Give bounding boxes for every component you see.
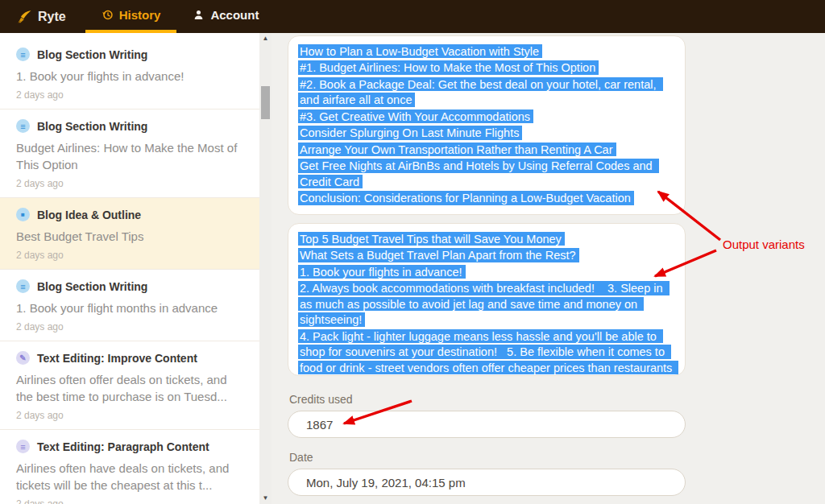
history-list-item[interactable]: Text Editing: Paragraph Content Airlines… [0, 430, 259, 504]
output-text-row: Top 5 Budget Travel Tips that will Save … [298, 231, 675, 247]
item-header: Blog Section Writing [16, 279, 243, 293]
history-list-item[interactable]: Text Editing: Improve Content Airlines o… [0, 341, 259, 430]
tab-history[interactable]: History [85, 0, 177, 33]
history-sidebar: Blog Section Writing 1. Book your flight… [0, 33, 272, 504]
output-text-row: 2. Always book accommodations with break… [298, 281, 675, 328]
item-title: Blog Idea & Outline [37, 209, 141, 221]
history-list-item[interactable]: Blog Section Writing 1. Book your flight… [0, 38, 259, 109]
item-preview-text: Airlines often offer deals on tickets, a… [16, 371, 243, 405]
output-variant-card-1: How to Plan a Low-Budget Vacation with S… [288, 35, 686, 215]
output-text-row: 4. Pack light - lighter luggage means le… [298, 328, 675, 376]
highlighted-text: 2. Always book accommodations with break… [298, 281, 670, 327]
tab-history-label: History [119, 8, 161, 22]
item-header: Text Editing: Paragraph Content [16, 440, 243, 453]
output-text-row: How to Plan a Low-Budget Vacation with S… [298, 43, 675, 60]
detail-panel: How to Plan a Low-Budget Vacation with S… [272, 33, 825, 504]
item-title: Blog Section Writing [37, 280, 147, 293]
highlighted-text: Top 5 Budget Travel Tips that will Save … [298, 232, 565, 246]
highlighted-text: How to Plan a Low-Budget Vacation with S… [298, 44, 542, 59]
output-text-row: What Sets a Budget Travel Plan Apart fro… [298, 248, 675, 264]
history-list: Blog Section Writing 1. Book your flight… [0, 33, 259, 504]
item-header: Blog Section Writing [16, 119, 243, 133]
item-timestamp: 2 days ago [16, 498, 243, 504]
item-type-icon [16, 351, 30, 365]
item-timestamp: 2 days ago [16, 410, 243, 421]
output-variant-card-2: Top 5 Budget Travel Tips that will Save … [288, 223, 686, 376]
date-value: Mon, July 19, 2021, 04:15 pm [306, 476, 466, 490]
item-header: Text Editing: Improve Content [16, 351, 243, 365]
highlighted-text: 1. Book your flights in advance! [298, 265, 466, 279]
item-preview-text: Best Budget Travel Tips [16, 228, 243, 245]
ryte-logo-icon [16, 10, 32, 24]
item-preview-text: 1. Book your flight months in advance [16, 300, 243, 316]
item-timestamp: 2 days ago [16, 178, 243, 189]
brand-ryte[interactable]: Ryte [0, 0, 85, 33]
brand-label: Ryte [38, 10, 66, 24]
item-preview-text: 1. Book your flights in advance! [16, 68, 243, 85]
credits-used-label: Credits used [289, 393, 353, 406]
history-list-item[interactable]: Blog Section Writing 1. Book your flight… [0, 270, 259, 341]
item-timestamp: 2 days ago [16, 89, 243, 101]
item-type-icon [16, 440, 30, 453]
highlighted-text: Arrange Your Own Transportation Rather t… [298, 143, 616, 157]
highlighted-text: What Sets a Budget Travel Plan Apart fro… [298, 248, 579, 262]
item-title: Text Editing: Paragraph Content [37, 440, 209, 453]
item-type-icon [16, 279, 30, 293]
output-text-row: Conclusion: Considerations for Planning … [298, 191, 675, 207]
highlighted-text: Get Free Nights at AirBnBs and Hotels by… [298, 159, 659, 188]
output-text-row: 1. Book your flights in advance! [298, 264, 675, 280]
output-text-row: Consider Splurging On Last Minute Flight… [298, 126, 675, 142]
output-text-row: #1. Budget Airlines: How to Make the Mos… [298, 60, 675, 76]
highlighted-text: #3. Get Creative With Your Accommodation… [298, 109, 533, 124]
item-type-icon [16, 208, 30, 221]
item-timestamp: 2 days ago [16, 250, 243, 261]
date-field[interactable]: Mon, July 19, 2021, 04:15 pm [288, 469, 686, 496]
item-preview-text: Budget Airlines: How to Make the Most of… [16, 139, 243, 173]
item-preview-text: Airlines often have deals on tickets, an… [16, 460, 243, 494]
credits-used-value: 1867 [306, 418, 333, 432]
highlighted-text: #2. Book a Package Deal: Get the best de… [298, 77, 663, 107]
highlighted-text: #1. Budget Airlines: How to Make the Mos… [298, 60, 599, 75]
output-text-row: Get Free Nights at AirBnBs and Hotels by… [298, 159, 675, 190]
item-title: Blog Section Writing [37, 120, 147, 133]
history-icon [102, 9, 114, 21]
item-header: Blog Section Writing [16, 48, 243, 61]
item-title: Blog Section Writing [37, 48, 147, 61]
item-title: Text Editing: Improve Content [37, 352, 197, 365]
history-list-item[interactable]: Blog Section Writing Budget Airlines: Ho… [0, 109, 259, 198]
date-label: Date [289, 451, 313, 464]
output-text-row: #3. Get Creative With Your Accommodation… [298, 109, 675, 125]
item-header: Blog Idea & Outline [16, 208, 243, 221]
item-timestamp: 2 days ago [16, 321, 243, 333]
tab-account-label: Account [210, 8, 259, 22]
sidebar-scrollbar[interactable]: ▲ ▼ [259, 33, 272, 504]
output-text-row: #2. Book a Package Deal: Get the best de… [298, 76, 675, 108]
highlighted-text: Conclusion: Considerations for Planning … [298, 191, 634, 205]
output-variants-annotation: Output variants [723, 238, 805, 251]
scrollbar-thumb[interactable] [261, 86, 270, 119]
account-icon [193, 9, 205, 21]
item-type-icon [16, 119, 30, 133]
tab-account[interactable]: Account [176, 0, 275, 33]
item-type-icon [16, 48, 30, 61]
scroll-down-icon[interactable]: ▼ [259, 493, 272, 504]
output-text-row: Arrange Your Own Transportation Rather t… [298, 142, 675, 158]
scroll-up-icon[interactable]: ▲ [259, 33, 272, 44]
history-list-item[interactable]: Blog Idea & Outline Best Budget Travel T… [0, 198, 259, 270]
highlighted-text: 4. Pack light - lighter luggage means le… [298, 329, 678, 377]
top-navbar: Ryte History Account [0, 0, 825, 33]
highlighted-text: Consider Splurging On Last Minute Flight… [298, 126, 522, 140]
credits-used-field[interactable]: 1867 [288, 411, 686, 438]
